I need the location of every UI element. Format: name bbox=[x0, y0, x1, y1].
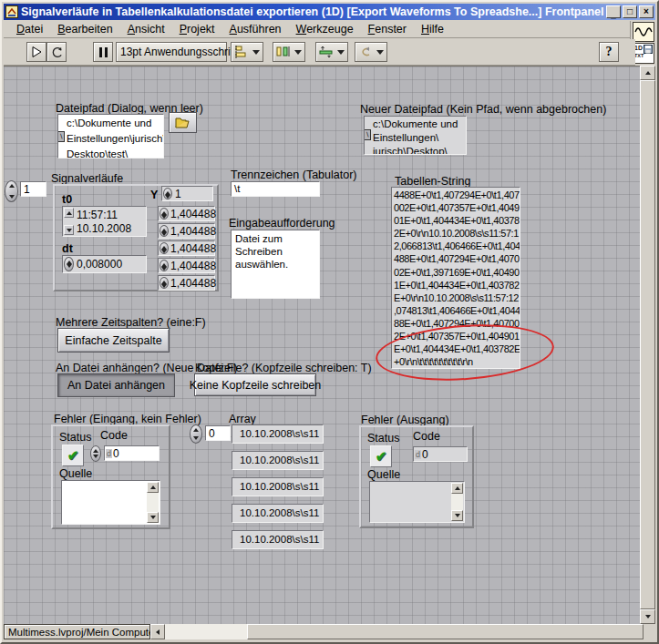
scroll-left-button[interactable] bbox=[150, 624, 165, 639]
spin-down-icon bbox=[193, 436, 199, 440]
t0-field[interactable]: 11:57:11 10.10.2008 bbox=[62, 206, 147, 237]
table-string-line: 01E+0\t1,404434E+0\t1,40378 bbox=[394, 214, 520, 227]
array-element[interactable]: 10.10.2008\s\s11 bbox=[232, 424, 324, 444]
waveform-index-spinner[interactable] bbox=[5, 180, 18, 202]
context-selector[interactable]: Multimess.lvproj/Mein Computer bbox=[4, 624, 150, 639]
dt-spinner[interactable] bbox=[64, 257, 74, 271]
y-element[interactable]: 1,404488 bbox=[158, 223, 215, 239]
array-element[interactable]: 10.10.2008\s\s11 bbox=[232, 504, 324, 523]
array-index-field[interactable]: 0 bbox=[205, 425, 231, 441]
scroll-down-button[interactable] bbox=[147, 512, 159, 523]
menu-datei[interactable]: Datei bbox=[9, 22, 50, 37]
y-element[interactable]: 1,404488 bbox=[158, 206, 215, 221]
error-in-code-spinner[interactable] bbox=[90, 445, 101, 462]
menu-projekt[interactable]: Projekt bbox=[172, 22, 222, 37]
dt-label: dt bbox=[62, 242, 73, 255]
single-time-column-button[interactable]: Einfache Zeitspalte bbox=[57, 328, 170, 353]
maximize-glyph: □ bbox=[627, 7, 633, 16]
waveform-icon bbox=[633, 22, 654, 42]
front-panel: Dateipfad (Dialog, wenn leer) ∖ c:\Dokum… bbox=[4, 66, 644, 624]
chevron-down-icon bbox=[252, 50, 260, 55]
spin-down-icon bbox=[9, 195, 15, 199]
spin-down-icon bbox=[67, 264, 72, 268]
t0-increment-button[interactable] bbox=[64, 208, 74, 218]
delimiter-input[interactable]: \t bbox=[231, 181, 320, 197]
check-icon: ✔ bbox=[376, 448, 387, 465]
array-element[interactable]: 10.10.2008\s\s11 bbox=[232, 530, 324, 549]
array-element[interactable]: 10.10.2008\s\s11 bbox=[232, 477, 324, 496]
array-element[interactable]: 10.10.2008\s\s11 bbox=[232, 451, 324, 470]
scroll-down-button[interactable] bbox=[640, 609, 655, 624]
radix-indicator: d bbox=[415, 450, 421, 459]
menu-ausfuehren[interactable]: Ausführen bbox=[222, 22, 289, 37]
spin-down-icon bbox=[161, 267, 167, 271]
scroll-up-button[interactable] bbox=[451, 483, 463, 494]
error-in-source-field[interactable] bbox=[61, 480, 160, 525]
waveform-index-field[interactable]: 1 bbox=[20, 181, 46, 197]
labview-frontpanel-window: Signalverläufe in Tabellenkalkulationsda… bbox=[0, 0, 659, 644]
error-in-source-scrollbar[interactable] bbox=[147, 482, 159, 523]
prompt-label: Eingabeaufforderung bbox=[229, 217, 335, 230]
distribute-objects-button[interactable] bbox=[273, 42, 305, 62]
error-out-code-value: 0 bbox=[422, 448, 428, 461]
run-continuous-button[interactable] bbox=[46, 42, 67, 62]
close-icon: × bbox=[644, 7, 649, 16]
y-element[interactable]: 1,404488 bbox=[158, 240, 215, 256]
bottom-bar: Multimess.lvproj/Mein Computer bbox=[4, 624, 659, 639]
run-button[interactable] bbox=[26, 42, 46, 62]
array-index-spinner[interactable] bbox=[190, 424, 202, 444]
file-path-dialog-input[interactable]: ∖ c:\Dokumente und Einstellungen\jurisch… bbox=[57, 114, 164, 158]
scroll-down-button[interactable] bbox=[451, 510, 463, 521]
y-element-spinner[interactable] bbox=[160, 277, 169, 289]
window-icon bbox=[5, 5, 18, 18]
resize-objects-button[interactable] bbox=[315, 42, 348, 62]
help-button[interactable]: ? bbox=[599, 42, 619, 62]
y-element[interactable]: 1,404488 bbox=[158, 275, 215, 291]
path-line: jurisch\Desktop\ bbox=[373, 145, 464, 155]
reorder-objects-button[interactable] bbox=[355, 42, 387, 62]
t0-decrement-button[interactable] bbox=[64, 225, 74, 235]
y-element[interactable]: 1,404488 bbox=[158, 258, 215, 273]
minimize-button[interactable]: _ bbox=[606, 5, 621, 18]
error-in-status-button[interactable]: ✔ bbox=[62, 445, 84, 466]
scroll-up-button[interactable] bbox=[640, 66, 655, 80]
menu-hilfe[interactable]: Hilfe bbox=[414, 22, 451, 37]
table-string-line: 002E+0\t1,407357E+0\t1,4049 bbox=[394, 201, 520, 214]
menu-fenster[interactable]: Fenster bbox=[361, 22, 414, 37]
error-in-code-field[interactable]: d 0 bbox=[104, 445, 160, 461]
y-element-spinner[interactable] bbox=[160, 225, 169, 237]
path-line: c:\Dokumente und bbox=[373, 118, 464, 131]
y-index-field[interactable]: 1 bbox=[161, 186, 213, 201]
t0-date: 10.10.2008 bbox=[77, 222, 131, 235]
y-element-spinner[interactable] bbox=[160, 242, 169, 254]
radix-indicator: d bbox=[106, 449, 112, 458]
y-element-spinner[interactable] bbox=[160, 260, 169, 271]
dt-field[interactable]: 0,008000 bbox=[62, 255, 147, 273]
titlebar[interactable]: Signalverläufe in Tabellenkalkulationsda… bbox=[4, 4, 655, 20]
arrow-down-icon bbox=[645, 615, 651, 618]
resize-objects-icon bbox=[319, 46, 334, 58]
y-label: Y bbox=[150, 189, 158, 201]
browse-button[interactable] bbox=[169, 112, 197, 133]
maximize-button[interactable]: □ bbox=[623, 5, 637, 18]
horizontal-scrollbar-thumb[interactable] bbox=[247, 624, 644, 639]
header-button[interactable]: Keine Kopfzeile schreiben bbox=[194, 373, 316, 396]
toolbar: 13pt Anwendungsschriftart ? bbox=[4, 39, 635, 66]
close-button[interactable]: × bbox=[639, 5, 654, 18]
y-index-spinner[interactable] bbox=[163, 188, 172, 199]
font-selector[interactable]: 13pt Anwendungsschriftart bbox=[116, 42, 227, 62]
menu-ansicht[interactable]: Ansicht bbox=[120, 22, 172, 37]
prompt-input[interactable]: Datei zum Schreiben auswählen. bbox=[231, 230, 320, 299]
vertical-scrollbar[interactable] bbox=[640, 66, 655, 624]
vertical-scrollbar-thumb[interactable] bbox=[640, 80, 655, 609]
spin-up-icon bbox=[455, 486, 460, 490]
error-out-status-label: Status bbox=[367, 432, 399, 445]
y-element-spinner[interactable] bbox=[160, 208, 169, 220]
error-out-source-scrollbar[interactable] bbox=[451, 483, 463, 521]
menu-werkzeuge[interactable]: Werkzeuge bbox=[289, 22, 361, 37]
append-button[interactable]: An Datei anhängen bbox=[57, 373, 175, 397]
pause-button[interactable] bbox=[93, 42, 113, 62]
scroll-up-button[interactable] bbox=[147, 482, 159, 493]
menu-bearbeiten[interactable]: Bearbeiten bbox=[50, 22, 119, 37]
align-objects-button[interactable] bbox=[231, 42, 263, 62]
